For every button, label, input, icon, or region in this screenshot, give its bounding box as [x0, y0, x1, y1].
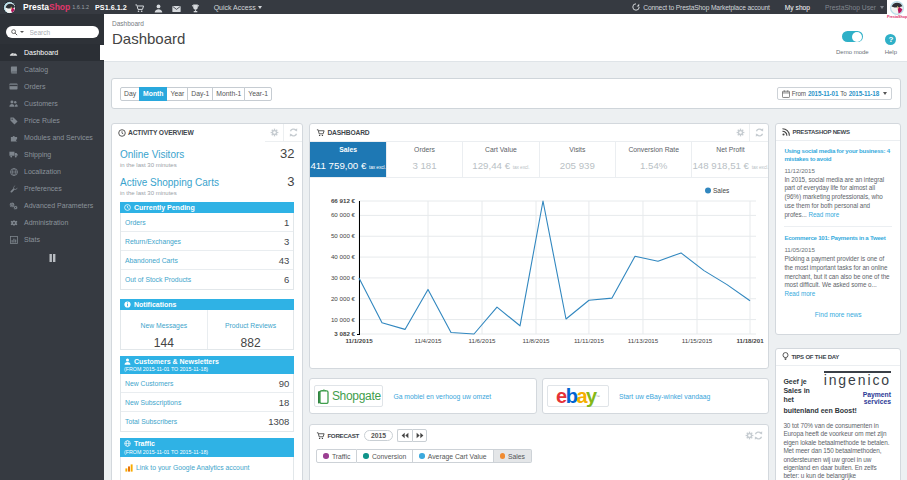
sidebar-item-dashboard[interactable]: Dashboard — [0, 44, 104, 61]
google-analytics-link[interactable]: Link to your Google Analytics account — [136, 464, 249, 471]
ebay-promo-card[interactable]: ebay™ Start uw eBay-winkel vandaag — [542, 378, 770, 414]
ebay-link[interactable]: Start uw eBay-winkel vandaag — [619, 393, 710, 400]
search-scope-caret[interactable] — [20, 31, 24, 33]
range-button-year-1[interactable]: Year-1 — [244, 87, 272, 101]
pending-link[interactable]: Orders — [125, 219, 146, 226]
notification-link[interactable]: New Messages — [141, 322, 187, 329]
news-article-title[interactable]: Using social media for your business: 4 … — [784, 147, 892, 163]
sidebar-item-localization[interactable]: Localization — [0, 163, 104, 180]
shopgate-link[interactable]: Ga mobiel en verhoog uw omzet — [393, 393, 491, 400]
panel-header-actions — [731, 124, 768, 141]
quick-access-menu[interactable]: Quick Access — [214, 4, 262, 11]
kpi-cart-value[interactable]: Cart Value129,44 € tax excl. — [463, 142, 539, 177]
sidebar-item-orders[interactable]: Orders — [0, 78, 104, 95]
forecast-legend-sales[interactable]: Sales — [494, 449, 533, 463]
forecast-panel-icon — [316, 432, 325, 440]
sidebar-item-administration[interactable]: Administration — [0, 214, 104, 231]
my-shop-link[interactable]: My shop — [785, 4, 810, 11]
puzzle-icon — [9, 134, 18, 142]
sidebar-item-label: Shipping — [24, 151, 51, 158]
pending-link[interactable]: Return/Exchanges — [125, 238, 181, 245]
range-button-year[interactable]: Year — [166, 87, 188, 101]
kpi-label: Sales — [310, 146, 385, 153]
demo-mode-toggle[interactable] — [842, 31, 863, 42]
read-more-link[interactable]: Read more — [784, 290, 815, 297]
forecast-legend-traffic[interactable]: Traffic — [316, 449, 357, 463]
sidebar-item-advanced-parameters[interactable]: Advanced Parameters — [0, 197, 104, 214]
customers-link[interactable]: Total Subscribers — [125, 418, 177, 425]
forecast-legend-average-cart-value[interactable]: Average Cart Value — [413, 449, 493, 463]
forecast-settings-icon[interactable] — [745, 431, 754, 440]
svg-text:11/1/2015: 11/1/2015 — [346, 337, 374, 344]
forecast-legend-conversion[interactable]: Conversion — [357, 449, 413, 463]
sidebar-item-stats[interactable]: Stats — [0, 231, 104, 248]
notification-cell: Product Reviews882 — [207, 310, 294, 349]
sidebar-item-preferences[interactable]: Preferences — [0, 180, 104, 197]
sidebar-item-price-rules[interactable]: Price Rules — [0, 112, 104, 129]
sidebar-item-modules-and-services[interactable]: Modules and Services — [0, 129, 104, 146]
topbar: PrestaShop 1.6.1.2 PS1.6.1.2 Quick Acces… — [0, 0, 907, 14]
range-button-day[interactable]: Day — [120, 87, 140, 101]
notification-link[interactable]: Product Reviews — [225, 322, 276, 329]
left-column: ACTIVITY OVERVIEW Online Visitors 32 in … — [111, 123, 303, 480]
notifications-table: New Messages144Product Reviews882 — [120, 310, 294, 350]
forecast-prev-button[interactable] — [397, 429, 412, 442]
sidebar-search[interactable] — [6, 26, 99, 38]
customers-link[interactable]: New Customers — [125, 380, 173, 387]
sidebar-item-customers[interactable]: Customers — [0, 95, 104, 112]
user-avatar[interactable]: PrestaShop — [887, 0, 907, 20]
range-button-day-1[interactable]: Day-1 — [187, 87, 213, 101]
help-icon[interactable]: ? — [885, 34, 896, 45]
shopgate-promo-card[interactable]: Shopgate Ga mobiel en verhoog uw omzet — [309, 378, 537, 414]
kpi-visits[interactable]: Visits205 939 — [540, 142, 616, 177]
customers-link[interactable]: New Subscriptions — [125, 399, 181, 406]
mail-icon[interactable] — [168, 5, 187, 13]
kpi-sales[interactable]: Sales411 759,00 € tax excl. — [310, 142, 386, 177]
kpi-net-profit[interactable]: Net Profit148 918,51 € tax excl. — [692, 142, 768, 177]
forecast-title-group: FORECAST — [316, 432, 359, 440]
customers-newsletters-header: Customers & Newsletters (FROM 2015-11-01… — [120, 356, 294, 375]
table-row: Return/Exchanges3 — [121, 232, 293, 251]
read-more-link[interactable]: Read more — [808, 211, 839, 218]
marketplace-connect-link[interactable]: Connect to PrestaShop Marketplace accoun… — [632, 3, 770, 11]
news-article-title[interactable]: Ecommerce 101: Payments in a Tweet — [784, 234, 892, 242]
trophy-icon[interactable] — [186, 4, 205, 13]
pending-link[interactable]: Out of Stock Products — [125, 276, 191, 283]
pending-link[interactable]: Abandoned Carts — [125, 257, 178, 264]
dashboard-panel: DASHBOARD Sales411 759,00 € tax excl.Ord… — [309, 123, 769, 369]
news-panel-title: PRESTASHOP NEWS — [792, 129, 849, 135]
svg-text:20 000 €: 20 000 € — [331, 295, 356, 302]
online-visitors-link[interactable]: Online Visitors — [120, 149, 184, 160]
legend-label: Traffic — [332, 453, 351, 460]
search-input[interactable] — [30, 29, 90, 36]
active-carts-link[interactable]: Active Shopping Carts — [120, 177, 219, 188]
user-menu[interactable]: PrestaShop User — [825, 4, 884, 11]
shop-name[interactable]: PS1.6.1.2 — [95, 3, 127, 12]
dashboard-refresh-icon[interactable] — [750, 124, 768, 141]
dashboard-settings-icon[interactable] — [731, 124, 749, 141]
range-button-month[interactable]: Month — [139, 87, 167, 101]
sidebar-item-shipping[interactable]: Shipping — [0, 146, 104, 163]
kpi-orders[interactable]: Orders3 181 — [387, 142, 463, 177]
employee-icon[interactable] — [149, 4, 168, 13]
trademark-symbol: ™ — [596, 394, 600, 399]
forecast-refresh-icon[interactable] — [754, 431, 763, 440]
sidebar-collapse-button[interactable] — [0, 254, 104, 262]
help-label: Help — [885, 49, 897, 55]
forecast-header: FORECAST 2015 — [310, 425, 768, 442]
sidebar-item-catalog[interactable]: Catalog — [0, 61, 104, 78]
breadcrumb[interactable]: Dashboard — [112, 20, 907, 27]
activity-refresh-icon[interactable] — [284, 124, 302, 141]
pending-value: 6 — [284, 274, 289, 285]
cart-icon[interactable] — [131, 4, 150, 13]
svg-text:11/11/2015: 11/11/2015 — [574, 337, 605, 344]
range-button-month-1[interactable]: Month-1 — [212, 87, 245, 101]
activity-settings-icon[interactable] — [265, 124, 283, 141]
kpi-conversion-rate[interactable]: Conversion Rate1.54% — [616, 142, 692, 177]
date-range-picker[interactable]: From 2015-11-01 To 2015-11-18 — [777, 87, 892, 100]
find-more-news-link[interactable]: Find more news — [784, 311, 892, 318]
forecast-next-button[interactable] — [412, 429, 427, 442]
pending-table: Orders1Return/Exchanges3Abandoned Carts4… — [120, 213, 294, 290]
truck-icon — [9, 151, 18, 158]
dashboard-panel-title: DASHBOARD — [327, 129, 369, 136]
